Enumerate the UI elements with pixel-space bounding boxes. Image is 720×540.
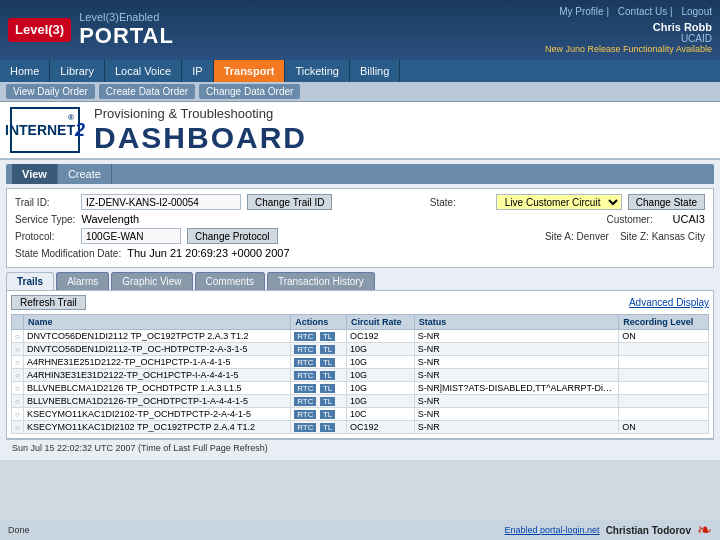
- rtc-btn-3[interactable]: RTC: [294, 371, 316, 380]
- row-actions-6: RTC TL: [291, 408, 347, 421]
- nav-ip[interactable]: IP: [182, 60, 213, 82]
- rtc-btn-4[interactable]: RTC: [294, 384, 316, 393]
- row-actions-5: RTC TL: [291, 395, 347, 408]
- bottom-right: Enabled portal-login.net Christian Todor…: [505, 519, 712, 540]
- tl-btn-7[interactable]: TL: [320, 423, 335, 432]
- tl-btn-3[interactable]: TL: [320, 371, 335, 380]
- row-icon-5: ○: [12, 395, 24, 408]
- trail-id-input[interactable]: [81, 194, 241, 210]
- tl-btn-2[interactable]: TL: [320, 358, 335, 367]
- table-row: ○ A4RHIN3E31E31D2122-TP_OCH1PCTP-I-A-4-4…: [12, 369, 709, 382]
- rtc-btn-0[interactable]: RTC: [294, 332, 316, 341]
- row-recording-2: [619, 356, 709, 369]
- provisioning-text: Provisioning & Troubleshooting: [94, 106, 710, 121]
- site-z-value: Kansas City: [652, 231, 705, 242]
- col-actions: Actions: [291, 315, 347, 330]
- create-btn[interactable]: Create: [58, 164, 112, 184]
- change-protocol-btn[interactable]: Change Protocol: [187, 228, 278, 244]
- status-bar: Done Enabled portal-login.net Christian …: [0, 520, 720, 540]
- nav-transport[interactable]: Transport: [214, 60, 286, 82]
- table-row: ○ DNVTCO56DEN1DI2112 TP_OC192TPCTP 2.A.3…: [12, 330, 709, 343]
- contact-us-link[interactable]: Contact Us: [618, 6, 667, 17]
- dashboard-banner: INTERNET ® 2 Provisioning & Troubleshoot…: [0, 102, 720, 160]
- nav-billing[interactable]: Billing: [350, 60, 400, 82]
- row-circuit-rate-7: OC192: [347, 421, 415, 434]
- change-data-order-btn[interactable]: Change Data Order: [199, 84, 300, 99]
- done-label: Done: [8, 525, 30, 535]
- row-icon-2: ○: [12, 356, 24, 369]
- nav-local-voice[interactable]: Local Voice: [105, 60, 182, 82]
- table-row: ○ KSECYMO11KAC1DI2102-TP_OCHDTPCTP-2-A-4…: [12, 408, 709, 421]
- user-name: Chris Robb: [545, 21, 712, 33]
- tab-graphic-view[interactable]: Graphic View: [111, 272, 192, 290]
- view-daily-order-btn[interactable]: View Daily Order: [6, 84, 95, 99]
- logout-link[interactable]: Logout: [681, 6, 712, 17]
- row-status-6: S-NR: [414, 408, 619, 421]
- site-z-label: Site Z:: [620, 231, 649, 242]
- user-info: Chris Robb UCAID New Juno Release Functi…: [545, 21, 712, 54]
- form-right-customer: Customer: UCAI3: [607, 213, 705, 225]
- advanced-display-link[interactable]: Advanced Display: [629, 297, 709, 308]
- nav-ticketing[interactable]: Ticketing: [285, 60, 350, 82]
- row-icon-3: ○: [12, 369, 24, 382]
- rtc-btn-7[interactable]: RTC: [294, 423, 316, 432]
- row-actions-7: RTC TL: [291, 421, 347, 434]
- tl-btn-6[interactable]: TL: [320, 410, 335, 419]
- row-name-7: KSECYMO11KAC1DI2102 TP_OC192TPCTP 2.A.4 …: [24, 421, 291, 434]
- tl-btn-4[interactable]: TL: [320, 384, 335, 393]
- change-trail-id-btn[interactable]: Change Trail ID: [247, 194, 332, 210]
- form-row-modified: State Modification Date: Thu Jun 21 20:6…: [15, 247, 705, 259]
- row-status-7: S-NR: [414, 421, 619, 434]
- tab-comments[interactable]: Comments: [195, 272, 265, 290]
- tab-alarms[interactable]: Alarms: [56, 272, 109, 290]
- internet2-text: INTERNET: [5, 122, 75, 138]
- row-circuit-rate-4: 10G: [347, 382, 415, 395]
- row-name-6: KSECYMO11KAC1DI2102-TP_OCHDTPCTP-2-A-4-1…: [24, 408, 291, 421]
- row-icon-4: ○: [12, 382, 24, 395]
- state-select[interactable]: Live Customer Circuit: [496, 194, 622, 210]
- row-status-3: S-NR: [414, 369, 619, 382]
- row-actions-2: RTC TL: [291, 356, 347, 369]
- protocol-label: Protocol:: [15, 231, 75, 242]
- portal-text: Level(3)Enabled PORTAL: [79, 11, 174, 49]
- refresh-trail-btn[interactable]: Refresh Trail: [11, 295, 86, 310]
- row-actions-4: RTC TL: [291, 382, 347, 395]
- change-state-btn[interactable]: Change State: [628, 194, 705, 210]
- tl-btn-1[interactable]: TL: [320, 345, 335, 354]
- tab-trails[interactable]: Trails: [6, 272, 54, 290]
- tl-btn-0[interactable]: TL: [320, 332, 335, 341]
- row-recording-5: [619, 395, 709, 408]
- create-data-order-btn[interactable]: Create Data Order: [99, 84, 195, 99]
- bird-icon: ❧: [697, 519, 712, 540]
- col-circuit-rate: Circuit Rate: [347, 315, 415, 330]
- row-actions-0: RTC TL: [291, 330, 347, 343]
- row-recording-1: [619, 343, 709, 356]
- rtc-btn-5[interactable]: RTC: [294, 397, 316, 406]
- main-content: View Create Trail ID: Change Trail ID St…: [0, 160, 720, 460]
- view-btn[interactable]: View: [12, 164, 58, 184]
- portal-link[interactable]: Enabled portal-login.net: [505, 525, 600, 535]
- row-name-0: DNVTCO56DEN1DI2112 TP_OC192TPCTP 2.A.3 T…: [24, 330, 291, 343]
- nav-home[interactable]: Home: [0, 60, 50, 82]
- form-right-sites: Site A: Denver Site Z: Kansas City: [545, 231, 705, 242]
- rtc-btn-1[interactable]: RTC: [294, 345, 316, 354]
- row-recording-6: [619, 408, 709, 421]
- rtc-btn-6[interactable]: RTC: [294, 410, 316, 419]
- tl-btn-5[interactable]: TL: [320, 397, 335, 406]
- my-profile-link[interactable]: My Profile: [559, 6, 603, 17]
- row-circuit-rate-2: 10G: [347, 356, 415, 369]
- row-circuit-rate-1: 10G: [347, 343, 415, 356]
- nav-library[interactable]: Library: [50, 60, 105, 82]
- protocol-input[interactable]: [81, 228, 181, 244]
- table-header: Name Actions Circuit Rate Status Recordi…: [12, 315, 709, 330]
- portal-label: PORTAL: [79, 23, 174, 49]
- form-row-protocol: Protocol: Change Protocol Site A: Denver…: [15, 228, 705, 244]
- service-type-label: Service Type:: [15, 214, 75, 225]
- last-modified-label: State Modification Date:: [15, 248, 121, 259]
- trails-table: Name Actions Circuit Rate Status Recordi…: [11, 314, 709, 434]
- row-icon-0: ○: [12, 330, 24, 343]
- rtc-btn-2[interactable]: RTC: [294, 358, 316, 367]
- tab-transaction-history[interactable]: Transaction History: [267, 272, 375, 290]
- dashboard-title: Provisioning & Troubleshooting DASHBOARD: [94, 106, 710, 155]
- row-circuit-rate-3: 10G: [347, 369, 415, 382]
